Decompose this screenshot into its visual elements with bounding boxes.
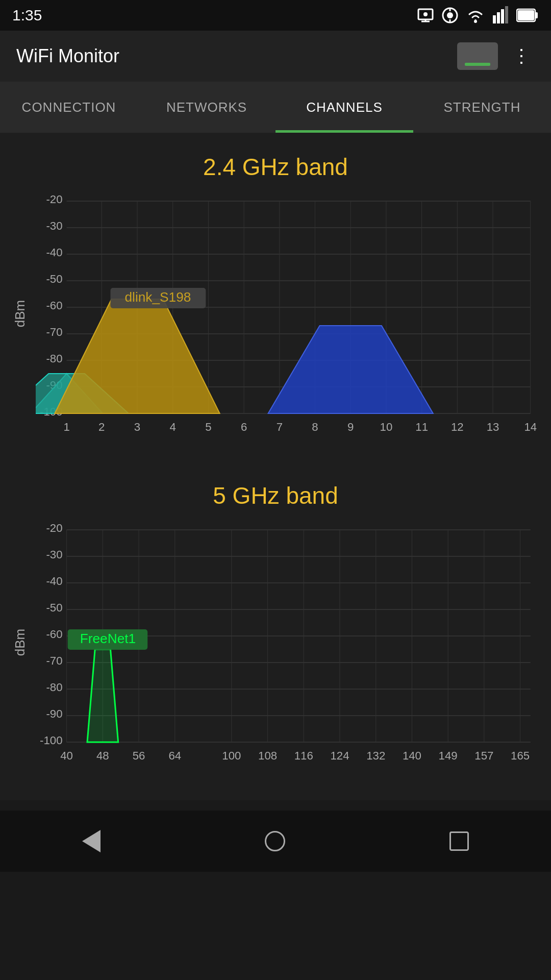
svg-point-8 <box>474 20 477 23</box>
svg-rect-10 <box>497 12 500 23</box>
svg-rect-15 <box>518 10 534 20</box>
tab-strength[interactable]: STRENGTH <box>413 82 551 133</box>
network-dlink-area <box>55 299 219 413</box>
svg-text:-100: -100 <box>40 734 62 747</box>
svg-text:3: 3 <box>134 421 140 433</box>
svg-text:116: 116 <box>294 749 313 762</box>
wifi-icon <box>465 6 486 24</box>
dlink-label: dlink_S198 <box>124 289 191 305</box>
svg-text:8: 8 <box>312 421 318 433</box>
back-icon <box>82 830 101 852</box>
signal-icon <box>492 6 510 24</box>
app-icon-2 <box>441 6 459 24</box>
svg-text:40: 40 <box>60 749 73 762</box>
svg-text:-70: -70 <box>46 326 62 338</box>
tab-connection[interactable]: CONNECTION <box>0 82 138 133</box>
svg-text:-90: -90 <box>46 707 62 720</box>
svg-text:132: 132 <box>366 749 385 762</box>
y-axis-label-24: dBm <box>13 300 29 327</box>
app-title: WiFi Monitor <box>16 45 119 67</box>
svg-point-5 <box>447 12 453 18</box>
chart-24ghz[interactable]: -20 -30 -40 -50 -60 -70 -80 -90 -100 <box>36 191 541 446</box>
screen-toggle-button[interactable] <box>457 42 498 70</box>
svg-text:7: 7 <box>277 421 283 433</box>
band-24ghz-section: 2.4 GHz band dBm <box>0 143 551 472</box>
status-icons <box>416 6 539 24</box>
nav-recents-button[interactable] <box>445 827 473 855</box>
svg-text:64: 64 <box>168 749 181 762</box>
svg-text:124: 124 <box>330 749 349 762</box>
svg-text:149: 149 <box>439 749 458 762</box>
svg-text:108: 108 <box>258 749 277 762</box>
home-icon <box>265 831 285 851</box>
svg-rect-11 <box>501 9 504 23</box>
svg-text:-30: -30 <box>46 219 62 232</box>
svg-text:9: 9 <box>347 421 354 433</box>
svg-text:10: 10 <box>380 421 393 433</box>
recents-icon <box>449 831 469 851</box>
app-bar: WiFi Monitor ⋮ <box>0 31 551 82</box>
svg-text:14: 14 <box>524 421 537 433</box>
svg-text:-40: -40 <box>46 246 62 259</box>
tab-active-indicator <box>276 130 413 133</box>
svg-text:2: 2 <box>98 421 105 433</box>
tab-channels[interactable]: CHANNELS <box>276 82 413 133</box>
network-netgear-area <box>268 326 433 413</box>
svg-text:4: 4 <box>170 421 176 433</box>
svg-text:-50: -50 <box>46 601 62 614</box>
svg-text:-80: -80 <box>46 681 62 694</box>
svg-text:5: 5 <box>205 421 211 433</box>
svg-text:140: 140 <box>403 749 421 762</box>
svg-text:165: 165 <box>511 749 530 762</box>
svg-text:13: 13 <box>487 421 499 433</box>
svg-text:-30: -30 <box>46 548 62 561</box>
svg-point-3 <box>423 12 428 16</box>
freenet1-label: FreeNet1 <box>80 631 136 646</box>
freenet1-fill <box>87 649 118 742</box>
app-bar-actions: ⋮ <box>457 41 535 71</box>
svg-rect-14 <box>535 12 538 18</box>
svg-rect-9 <box>493 15 496 23</box>
y-axis-label-5: dBm <box>13 628 29 655</box>
svg-text:6: 6 <box>241 421 247 433</box>
more-icon: ⋮ <box>512 45 531 67</box>
svg-text:12: 12 <box>451 421 464 433</box>
chart-5ghz[interactable]: -20 -30 -40 -50 -60 -70 -80 -90 -100 <box>36 520 541 775</box>
svg-text:-80: -80 <box>46 352 62 365</box>
svg-text:1: 1 <box>63 421 69 433</box>
band-5ghz-title: 5 GHz band <box>0 482 551 509</box>
svg-text:-60: -60 <box>46 299 62 312</box>
band-24ghz-title: 2.4 GHz band <box>0 153 551 181</box>
svg-text:-60: -60 <box>46 628 62 641</box>
svg-text:-50: -50 <box>46 273 62 285</box>
svg-text:100: 100 <box>222 749 241 762</box>
nav-home-button[interactable] <box>261 827 289 855</box>
more-options-button[interactable]: ⋮ <box>508 41 535 71</box>
status-time: 1:35 <box>12 7 42 24</box>
svg-text:-20: -20 <box>46 193 62 206</box>
svg-text:-20: -20 <box>46 522 62 534</box>
svg-text:48: 48 <box>96 749 109 762</box>
svg-text:157: 157 <box>474 749 493 762</box>
status-bar: 1:35 <box>0 0 551 31</box>
svg-text:-70: -70 <box>46 654 62 667</box>
tab-networks[interactable]: NETWORKS <box>138 82 276 133</box>
main-content: 2.4 GHz band dBm <box>0 133 551 800</box>
svg-text:56: 56 <box>133 749 145 762</box>
svg-rect-12 <box>505 6 508 23</box>
notification-icon <box>416 6 435 24</box>
battery-icon <box>516 6 539 24</box>
svg-text:11: 11 <box>415 421 428 433</box>
screen-icon-bar <box>465 63 490 66</box>
tabs-bar: CONNECTION NETWORKS CHANNELS STRENGTH <box>0 82 551 133</box>
nav-bar <box>0 811 551 872</box>
svg-text:-40: -40 <box>46 575 62 587</box>
nav-back-button[interactable] <box>78 826 105 856</box>
band-5ghz-section: 5 GHz band dBm -20 -30 <box>0 472 551 800</box>
